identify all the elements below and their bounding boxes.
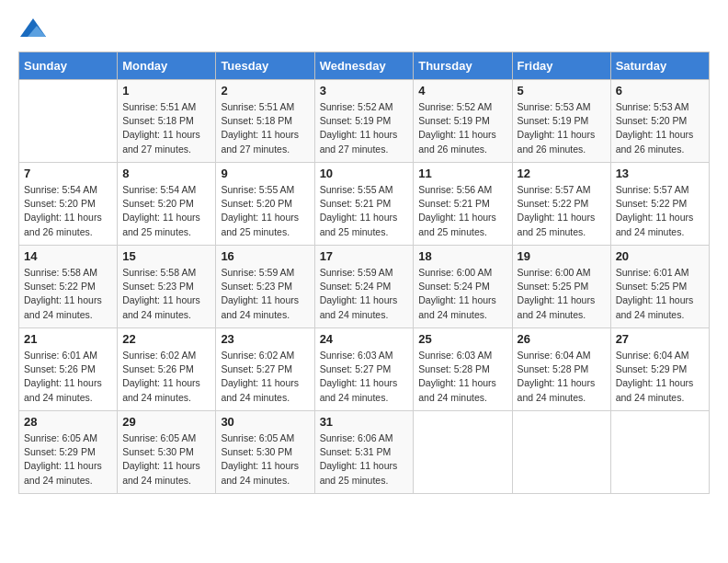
calendar-cell: [512, 411, 610, 494]
calendar-cell: 4Sunrise: 5:52 AM Sunset: 5:19 PM Daylig…: [414, 80, 512, 163]
day-number: 22: [122, 332, 210, 346]
day-number: 31: [320, 415, 409, 429]
calendar-cell: 12Sunrise: 5:57 AM Sunset: 5:22 PM Dayli…: [512, 163, 610, 246]
calendar-cell: 10Sunrise: 5:55 AM Sunset: 5:21 PM Dayli…: [314, 163, 414, 246]
calendar-cell: 11Sunrise: 5:56 AM Sunset: 5:21 PM Dayli…: [414, 163, 512, 246]
day-number: 14: [24, 249, 112, 263]
calendar-week-row: 14Sunrise: 5:58 AM Sunset: 5:22 PM Dayli…: [19, 246, 710, 328]
calendar-cell: 19Sunrise: 6:00 AM Sunset: 5:25 PM Dayli…: [512, 246, 610, 328]
calendar-cell: 15Sunrise: 5:58 AM Sunset: 5:23 PM Dayli…: [118, 246, 216, 328]
sun-info: Sunrise: 6:05 AM Sunset: 5:30 PM Dayligh…: [122, 431, 210, 488]
calendar-cell: 25Sunrise: 6:03 AM Sunset: 5:28 PM Dayli…: [414, 328, 512, 411]
sun-info: Sunrise: 5:58 AM Sunset: 5:22 PM Dayligh…: [24, 266, 112, 322]
calendar-cell: 21Sunrise: 6:01 AM Sunset: 5:26 PM Dayli…: [19, 328, 118, 411]
day-number: 21: [24, 332, 112, 346]
calendar-cell: 3Sunrise: 5:52 AM Sunset: 5:19 PM Daylig…: [314, 80, 414, 163]
day-number: 20: [616, 249, 704, 263]
sun-info: Sunrise: 5:58 AM Sunset: 5:23 PM Dayligh…: [122, 266, 210, 322]
sun-info: Sunrise: 6:05 AM Sunset: 5:29 PM Dayligh…: [24, 431, 112, 488]
calendar-cell: 20Sunrise: 6:01 AM Sunset: 5:25 PM Dayli…: [610, 246, 709, 328]
day-number: 24: [320, 332, 409, 346]
sun-info: Sunrise: 6:06 AM Sunset: 5:31 PM Dayligh…: [320, 431, 409, 488]
day-number: 25: [418, 332, 506, 346]
calendar-cell: 22Sunrise: 6:02 AM Sunset: 5:26 PM Dayli…: [118, 328, 216, 411]
calendar-cell: 14Sunrise: 5:58 AM Sunset: 5:22 PM Dayli…: [19, 246, 118, 328]
day-number: 11: [418, 167, 506, 180]
day-number: 27: [616, 332, 704, 346]
sun-info: Sunrise: 6:05 AM Sunset: 5:30 PM Dayligh…: [221, 431, 309, 488]
day-number: 15: [122, 249, 210, 263]
day-number: 29: [122, 415, 210, 429]
calendar-cell: 18Sunrise: 6:00 AM Sunset: 5:24 PM Dayli…: [414, 246, 512, 328]
header-wednesday: Wednesday: [314, 52, 414, 80]
sun-info: Sunrise: 6:01 AM Sunset: 5:25 PM Dayligh…: [616, 266, 704, 322]
calendar-cell: 17Sunrise: 5:59 AM Sunset: 5:24 PM Dayli…: [314, 246, 414, 328]
header-monday: Monday: [118, 52, 216, 80]
sun-info: Sunrise: 6:02 AM Sunset: 5:27 PM Dayligh…: [221, 349, 309, 405]
calendar-week-row: 21Sunrise: 6:01 AM Sunset: 5:26 PM Dayli…: [19, 328, 710, 411]
calendar-cell: 5Sunrise: 5:53 AM Sunset: 5:19 PM Daylig…: [512, 80, 610, 163]
sun-info: Sunrise: 5:54 AM Sunset: 5:20 PM Dayligh…: [24, 183, 112, 239]
sun-info: Sunrise: 5:52 AM Sunset: 5:19 PM Dayligh…: [320, 100, 409, 156]
header-thursday: Thursday: [414, 52, 512, 80]
calendar-cell: [414, 411, 512, 494]
calendar-cell: 23Sunrise: 6:02 AM Sunset: 5:27 PM Dayli…: [216, 328, 314, 411]
day-number: 19: [518, 249, 606, 263]
calendar-cell: [610, 411, 709, 494]
calendar-cell: 26Sunrise: 6:04 AM Sunset: 5:28 PM Dayli…: [512, 328, 610, 411]
sun-info: Sunrise: 5:56 AM Sunset: 5:21 PM Dayligh…: [418, 183, 506, 239]
calendar-cell: 8Sunrise: 5:54 AM Sunset: 5:20 PM Daylig…: [118, 163, 216, 246]
sun-info: Sunrise: 5:52 AM Sunset: 5:19 PM Dayligh…: [418, 100, 506, 156]
day-number: 5: [518, 84, 606, 98]
sun-info: Sunrise: 5:54 AM Sunset: 5:20 PM Dayligh…: [122, 183, 210, 239]
day-number: 26: [518, 332, 606, 346]
day-number: 16: [221, 249, 309, 263]
page-header: [18, 18, 710, 37]
header-tuesday: Tuesday: [216, 52, 314, 80]
sun-info: Sunrise: 5:51 AM Sunset: 5:18 PM Dayligh…: [221, 100, 309, 156]
sun-info: Sunrise: 6:04 AM Sunset: 5:28 PM Dayligh…: [518, 349, 606, 405]
day-number: 3: [320, 84, 409, 98]
calendar-cell: 6Sunrise: 5:53 AM Sunset: 5:20 PM Daylig…: [610, 80, 709, 163]
day-number: 17: [320, 249, 409, 263]
day-number: 10: [320, 167, 409, 180]
day-number: 4: [418, 84, 506, 98]
calendar-cell: 29Sunrise: 6:05 AM Sunset: 5:30 PM Dayli…: [118, 411, 216, 494]
sun-info: Sunrise: 6:00 AM Sunset: 5:25 PM Dayligh…: [518, 266, 606, 322]
calendar-cell: 7Sunrise: 5:54 AM Sunset: 5:20 PM Daylig…: [19, 163, 118, 246]
day-number: 8: [122, 167, 210, 180]
sun-info: Sunrise: 5:59 AM Sunset: 5:24 PM Dayligh…: [320, 266, 409, 322]
calendar-cell: [19, 80, 118, 163]
logo: [18, 18, 46, 37]
calendar-cell: 30Sunrise: 6:05 AM Sunset: 5:30 PM Dayli…: [216, 411, 314, 494]
sun-info: Sunrise: 5:51 AM Sunset: 5:18 PM Dayligh…: [122, 100, 210, 156]
sun-info: Sunrise: 6:03 AM Sunset: 5:28 PM Dayligh…: [418, 349, 506, 405]
sun-info: Sunrise: 5:57 AM Sunset: 5:22 PM Dayligh…: [518, 183, 606, 239]
sun-info: Sunrise: 5:59 AM Sunset: 5:23 PM Dayligh…: [221, 266, 309, 322]
calendar-cell: 28Sunrise: 6:05 AM Sunset: 5:29 PM Dayli…: [19, 411, 118, 494]
day-number: 6: [616, 84, 704, 98]
calendar-week-row: 7Sunrise: 5:54 AM Sunset: 5:20 PM Daylig…: [19, 163, 710, 246]
day-number: 23: [221, 332, 309, 346]
calendar-week-row: 1Sunrise: 5:51 AM Sunset: 5:18 PM Daylig…: [19, 80, 710, 163]
calendar-cell: 9Sunrise: 5:55 AM Sunset: 5:20 PM Daylig…: [216, 163, 314, 246]
sun-info: Sunrise: 5:55 AM Sunset: 5:21 PM Dayligh…: [320, 183, 409, 239]
calendar-cell: 24Sunrise: 6:03 AM Sunset: 5:27 PM Dayli…: [314, 328, 414, 411]
day-number: 2: [221, 84, 309, 98]
calendar-cell: 1Sunrise: 5:51 AM Sunset: 5:18 PM Daylig…: [118, 80, 216, 163]
sun-info: Sunrise: 6:01 AM Sunset: 5:26 PM Dayligh…: [24, 349, 112, 405]
logo-icon: [20, 18, 46, 37]
day-number: 13: [616, 167, 704, 180]
header-friday: Friday: [512, 52, 610, 80]
sun-info: Sunrise: 6:00 AM Sunset: 5:24 PM Dayligh…: [418, 266, 506, 322]
day-number: 7: [24, 167, 112, 180]
day-number: 1: [122, 84, 210, 98]
calendar-cell: 31Sunrise: 6:06 AM Sunset: 5:31 PM Dayli…: [314, 411, 414, 494]
sun-info: Sunrise: 6:02 AM Sunset: 5:26 PM Dayligh…: [122, 349, 210, 405]
calendar-cell: 16Sunrise: 5:59 AM Sunset: 5:23 PM Dayli…: [216, 246, 314, 328]
sun-info: Sunrise: 5:53 AM Sunset: 5:19 PM Dayligh…: [518, 100, 606, 156]
calendar-cell: 2Sunrise: 5:51 AM Sunset: 5:18 PM Daylig…: [216, 80, 314, 163]
calendar-week-row: 28Sunrise: 6:05 AM Sunset: 5:29 PM Dayli…: [19, 411, 710, 494]
sun-info: Sunrise: 5:53 AM Sunset: 5:20 PM Dayligh…: [616, 100, 704, 156]
calendar-cell: 13Sunrise: 5:57 AM Sunset: 5:22 PM Dayli…: [610, 163, 709, 246]
